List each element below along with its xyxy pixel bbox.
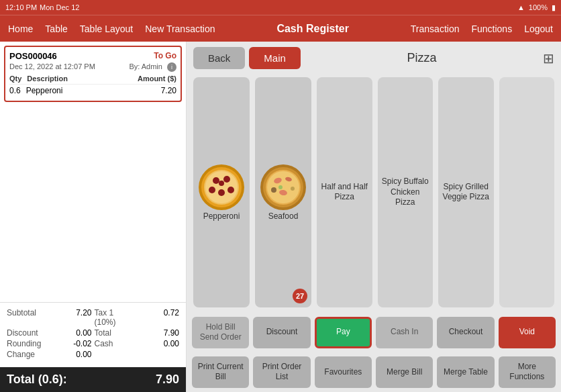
main-button[interactable]: Main <box>249 47 301 69</box>
nav-home[interactable]: Home <box>8 23 33 34</box>
print-order-list-button[interactable]: Print Order List <box>253 356 310 388</box>
change-value: 0.00 <box>50 350 91 359</box>
tax-value: 0.72 <box>138 308 179 327</box>
spicy-grilled-label: Spicy Grilled Veggie Pizza <box>442 182 490 203</box>
half-half-label: Half and Half Pizza <box>321 182 368 203</box>
order-id: POS000046 <box>9 51 57 61</box>
order-totals: Subtotal 7.20 Tax 1 (10%) 0.72 Discount … <box>0 302 186 367</box>
app-title: Cash Register <box>276 23 349 34</box>
col-desc: Description <box>27 75 138 83</box>
pizza-item-spicy-grilled[interactable]: Spicy Grilled Veggie Pizza <box>438 77 494 307</box>
order-total-bar: Total (0.6): 7.90 <box>0 367 186 392</box>
right-panel: Back Main Pizza ⊞ <box>187 42 561 392</box>
col-qty: Qty <box>9 75 21 83</box>
pepperoni-label: Pepperoni <box>203 211 240 222</box>
merge-table-button[interactable]: Merge Table <box>437 356 494 388</box>
battery-display: 100% <box>529 3 548 11</box>
category-bar: Back Main Pizza ⊞ <box>187 42 561 72</box>
action-bar-row1: Hold Bill Send Order Discount Pay Cash I… <box>187 313 561 352</box>
discount-label: Discount <box>7 328 48 338</box>
seafood-badge: 27 <box>293 289 307 303</box>
total-label: Total <box>95 328 136 338</box>
menu-bar: Home Table Table Layout New Transaction … <box>0 15 561 42</box>
total-value: 7.90 <box>138 328 179 338</box>
discount-button[interactable]: Discount <box>253 317 310 348</box>
pizza-item-empty <box>499 77 555 307</box>
date-display: Mon Dec 12 <box>40 3 79 11</box>
svg-point-18 <box>291 187 295 191</box>
checkout-button[interactable]: Checkout <box>437 317 494 348</box>
cash-in-button[interactable]: Cash In <box>376 317 433 348</box>
action-bar-row2: Print Current Bill Print Order List Favo… <box>187 352 561 392</box>
cash-label: Cash <box>95 339 136 348</box>
svg-point-13 <box>267 171 299 203</box>
pizza-item-seafood[interactable]: Seafood 27 <box>255 77 311 307</box>
svg-point-6 <box>209 187 215 193</box>
spicy-buffalo-label: Spicy Buffalo Chicken Pizza <box>382 177 429 208</box>
col-amount: Amount ($) <box>138 75 176 83</box>
status-bar: 12:10 PM Mon Dec 12 ▲ 100% ▮ <box>0 0 561 15</box>
wifi-icon: ▲ <box>517 3 525 11</box>
svg-point-19 <box>278 185 283 189</box>
svg-point-9 <box>219 181 224 186</box>
pizza-item-half-half[interactable]: Half and Half Pizza <box>317 77 372 307</box>
change-label: Change <box>7 350 48 359</box>
category-title: Pizza <box>301 51 543 65</box>
pizza-grid: Pepperoni Seafood 27 <box>187 72 561 313</box>
order-item[interactable]: 0.6 Pepperoni 7.20 <box>9 85 176 97</box>
total-display-amount: 7.90 <box>156 373 179 387</box>
nav-transaction[interactable]: Transaction <box>411 23 460 34</box>
svg-point-16 <box>271 187 276 193</box>
item-amount: 7.20 <box>161 86 176 95</box>
back-button[interactable]: Back <box>193 47 245 69</box>
merge-bill-button[interactable]: Merge Bill <box>376 356 433 388</box>
nav-table-layout[interactable]: Table Layout <box>80 23 133 34</box>
time-display: 12:10 PM <box>5 3 37 11</box>
pay-button[interactable]: Pay <box>315 317 372 348</box>
rounding-label: Rounding <box>7 339 48 348</box>
cash-value: 0.00 <box>138 339 179 348</box>
nav-new-transaction[interactable]: New Transaction <box>145 23 215 34</box>
total-display-label: Total (0.6): <box>7 373 67 387</box>
nav-functions[interactable]: Functions <box>471 23 512 34</box>
subtotal-label: Subtotal <box>7 308 48 327</box>
scan-icon[interactable]: ⊞ <box>543 50 554 66</box>
order-type: To Go <box>154 51 176 61</box>
more-functions-button[interactable]: More Functions <box>499 356 556 388</box>
main-layout: POS000046 To Go Dec 12, 2022 at 12:07 PM… <box>0 42 561 392</box>
seafood-pizza-image <box>259 163 307 211</box>
svg-point-7 <box>218 189 225 196</box>
print-current-bill-button[interactable]: Print Current Bill <box>192 356 249 388</box>
order-items-area <box>0 106 186 302</box>
void-button[interactable]: Void <box>499 317 556 348</box>
item-desc: Pepperoni <box>26 86 161 95</box>
order-by: By: Admin i <box>129 62 176 72</box>
nav-logout[interactable]: Logout <box>524 23 553 34</box>
tax-label: Tax 1 (10%) <box>95 308 136 327</box>
nav-table[interactable]: Table <box>45 23 67 34</box>
seafood-label: Seafood <box>268 211 299 222</box>
pizza-item-spicy-buffalo[interactable]: Spicy Buffalo Chicken Pizza <box>378 77 434 307</box>
admin-badge: i <box>167 62 176 72</box>
order-date: Dec 12, 2022 at 12:07 PM <box>9 62 95 72</box>
left-panel: POS000046 To Go Dec 12, 2022 at 12:07 PM… <box>0 42 187 392</box>
pizza-item-pepperoni[interactable]: Pepperoni <box>193 77 250 307</box>
battery-icon: ▮ <box>552 3 556 12</box>
pepperoni-pizza-image <box>197 163 246 211</box>
hold-bill-button[interactable]: Hold Bill Send Order <box>192 317 249 348</box>
favourites-button[interactable]: Favourites <box>315 356 372 388</box>
svg-point-8 <box>227 187 234 193</box>
rounding-value: -0.02 <box>50 339 91 348</box>
svg-point-5 <box>223 176 230 183</box>
order-header: POS000046 To Go Dec 12, 2022 at 12:07 PM… <box>4 46 182 102</box>
item-qty: 0.6 <box>9 86 21 95</box>
discount-value: 0.00 <box>50 328 91 338</box>
subtotal-value: 7.20 <box>50 308 91 327</box>
svg-point-4 <box>213 177 219 184</box>
